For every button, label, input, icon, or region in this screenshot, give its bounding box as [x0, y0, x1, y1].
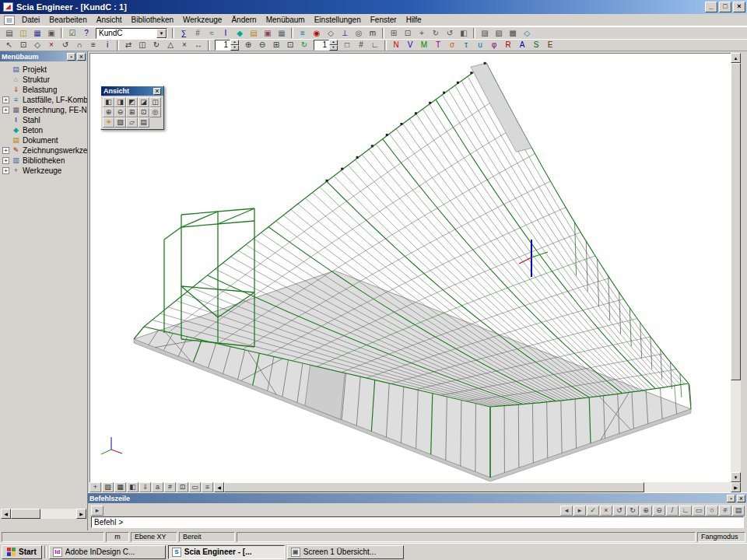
layers-icon[interactable]: ≡ — [296, 27, 310, 39]
save-icon[interactable]: ▦ — [30, 27, 44, 39]
result-s-icon[interactable]: S — [529, 40, 543, 51]
expand-icon[interactable]: + — [2, 107, 9, 114]
result-a-icon[interactable]: A — [515, 40, 529, 51]
open-icon[interactable]: ◫ — [16, 27, 30, 39]
wireframe-icon[interactable]: ▨ — [478, 27, 492, 39]
sidebar-item-zeichnungswerkzeuge[interactable]: + ✎ Zeichnungswerkzeuge — [2, 145, 87, 156]
result-r-icon[interactable]: R — [501, 40, 515, 51]
sidebar-item-lastfaelle[interactable]: + ≡ Lastfälle, LF-Kombinatior — [2, 95, 87, 105]
close-button[interactable] — [733, 2, 745, 12]
print-region-icon[interactable]: ▭ — [189, 482, 201, 492]
menu-fenster[interactable]: Fenster — [366, 15, 402, 25]
gallery-icon[interactable]: ▣ — [261, 27, 275, 39]
sidebar-item-dokument[interactable]: ▤ Dokument — [2, 135, 87, 145]
scrollbar-thumb[interactable] — [11, 509, 40, 519]
volumes-icon[interactable]: ▦ — [114, 482, 126, 492]
expand-icon[interactable]: + — [2, 96, 9, 103]
result-v-icon[interactable]: V — [403, 40, 417, 51]
deselect-icon[interactable]: × — [44, 40, 58, 51]
project-data-icon[interactable]: ☑ — [65, 27, 79, 39]
scroll-left-icon[interactable] — [1, 509, 11, 519]
perspective-icon[interactable]: ◇ — [520, 27, 534, 39]
scroll-right-icon[interactable] — [76, 509, 86, 519]
ortho-icon[interactable]: ∟ — [368, 40, 382, 51]
ucs-icon[interactable]: ⊥ — [338, 27, 352, 39]
accept-icon[interactable]: ✓ — [587, 506, 599, 516]
light-icon[interactable]: ☀ — [103, 117, 114, 128]
zoom-in-icon[interactable]: ⊕ — [640, 506, 652, 516]
view-settings-icon[interactable]: ▤ — [138, 117, 149, 128]
sidebar-item-beton[interactable]: ◆ Beton — [2, 125, 87, 135]
table-results-icon[interactable]: ▦ — [275, 27, 289, 39]
scroll-right-icon[interactable] — [731, 482, 741, 492]
result-sigma-icon[interactable]: σ — [445, 40, 459, 51]
undo-icon[interactable]: ↺ — [613, 506, 626, 516]
zoom-box-icon[interactable]: ⊞ — [269, 40, 283, 51]
task-indesign[interactable]: Id Adobe InDesign C... — [49, 545, 166, 559]
spin-down-icon[interactable] — [230, 45, 239, 51]
result-phi-icon[interactable]: φ — [487, 40, 501, 51]
pin-icon[interactable] — [67, 53, 75, 61]
document-system-icon[interactable] — [4, 16, 15, 25]
result-n-icon[interactable]: N — [389, 40, 403, 51]
expand-icon[interactable]: + — [2, 147, 9, 154]
select-previous-icon[interactable]: ↺ — [58, 40, 72, 51]
measure-icon[interactable]: ↔ — [191, 40, 205, 51]
activity-icon[interactable]: ◉ — [310, 27, 324, 39]
view-perspective-icon[interactable]: ◫ — [149, 97, 161, 107]
numbering-icon[interactable]: # — [164, 482, 176, 492]
menu-bearbeiten[interactable]: Bearbeiten — [44, 15, 91, 25]
result-m-icon[interactable]: M — [417, 40, 431, 51]
ansicht-title-bar[interactable]: Ansicht — [101, 86, 163, 96]
sidebar-horizontal-scrollbar[interactable] — [1, 509, 86, 519]
minimize-button[interactable] — [705, 2, 717, 12]
menu-aendern[interactable]: Ändern — [226, 15, 261, 25]
document-icon[interactable]: ▤ — [247, 27, 261, 39]
results-icon[interactable]: ≈ — [205, 27, 219, 39]
zoom-all-icon[interactable]: ⊡ — [138, 107, 149, 117]
zoom-in-icon[interactable]: ⊕ — [103, 107, 114, 117]
menu-datei[interactable]: Datei — [17, 15, 44, 25]
snap-settings-icon[interactable]: # — [719, 506, 731, 516]
sidebar-item-stahl[interactable]: I Stahl — [2, 115, 87, 125]
menu-menuebaum[interactable]: Menübaum — [261, 15, 310, 25]
result-t-icon[interactable]: T — [431, 40, 445, 51]
redraw-icon[interactable]: ↻ — [297, 40, 311, 51]
angle-icon[interactable]: ∟ — [679, 506, 692, 516]
select-icon[interactable]: ↖ — [2, 40, 16, 51]
spin-up-icon[interactable] — [329, 40, 338, 45]
sidebar-item-bibliotheken[interactable]: + ▥ Bibliotheken — [2, 156, 87, 166]
circle-icon[interactable]: ○ — [706, 506, 718, 516]
zoom-window-icon[interactable]: ⊞ — [126, 107, 138, 117]
print-icon[interactable]: ▣ — [44, 27, 58, 39]
menu-tree-title-bar[interactable]: Menübaum — [0, 51, 87, 61]
model-view[interactable]: Ansicht ◧◨◩◪◫⊕⊖⊞⊡◎☀▧▱▤ — [89, 53, 731, 482]
sidebar-item-werkzeuge[interactable]: + + Werkzeuge — [2, 166, 87, 176]
named-views-icon[interactable]: ◧ — [457, 27, 471, 39]
zoom-fit-icon[interactable]: ⊡ — [283, 40, 297, 51]
filter-icon[interactable]: ∩ — [72, 40, 86, 51]
fe-mesh-icon[interactable]: # — [191, 27, 205, 39]
delete-icon[interactable]: × — [177, 40, 191, 51]
command-menu-icon[interactable]: ▸ — [91, 506, 103, 516]
scrollbar-thumb[interactable] — [224, 482, 644, 492]
step-spinner[interactable]: 1 — [314, 40, 338, 51]
zoom-all-icon[interactable]: ⊡ — [401, 27, 415, 39]
combo-dropdown-icon[interactable] — [156, 29, 167, 38]
select-rect-icon[interactable]: ⊡ — [16, 40, 30, 51]
hidden-lines-icon[interactable]: ▧ — [492, 27, 506, 39]
menu-werkzeuge[interactable]: Werkzeuge — [178, 15, 226, 25]
concrete-check-icon[interactable]: ◆ — [233, 27, 247, 39]
axes-toggle-icon[interactable]: + — [89, 482, 101, 492]
properties-icon[interactable]: ≡ — [86, 40, 100, 51]
status-snap-mode[interactable]: Fangmodus — [697, 532, 745, 542]
scroll-left-icon[interactable] — [214, 482, 224, 492]
view-top-icon[interactable]: ◩ — [126, 97, 138, 107]
sidebar-item-projekt[interactable]: ▤ Projekt — [2, 65, 87, 75]
new-icon[interactable]: ▤ — [2, 27, 16, 39]
scale-spinner[interactable]: 1 — [215, 40, 239, 51]
title-bar[interactable]: Scia Engineer - [KundC : 1] — [0, 0, 747, 14]
clip-icon[interactable]: ▱ — [126, 117, 138, 128]
view-parameters-icon[interactable]: ◇ — [324, 27, 338, 39]
zoom-window-icon[interactable]: ⊞ — [387, 27, 401, 39]
